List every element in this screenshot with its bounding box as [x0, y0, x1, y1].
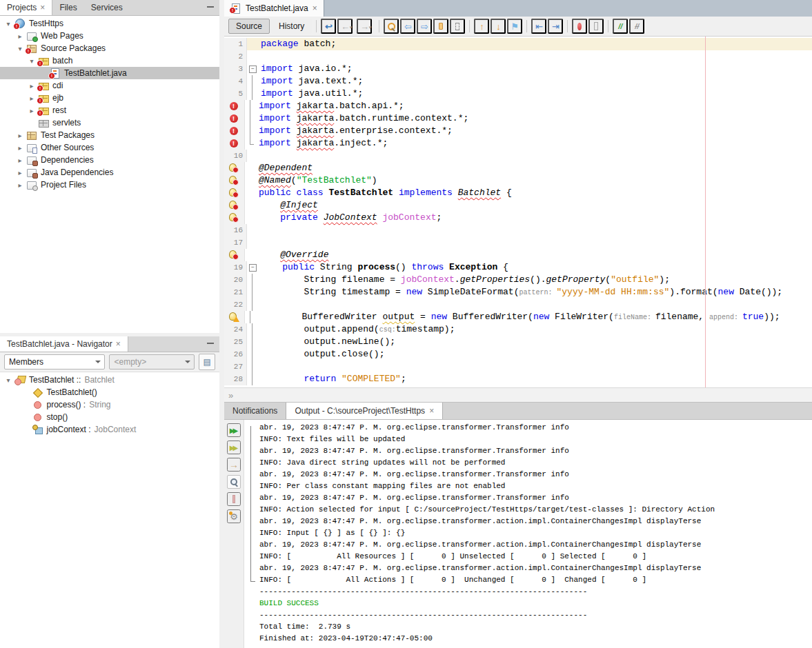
- expander-icon[interactable]: ▸: [16, 32, 24, 40]
- gutter-cell[interactable]: 4: [224, 75, 247, 88]
- expander-icon[interactable]: ▸: [16, 156, 24, 164]
- gutter-cell[interactable]: 5: [224, 88, 247, 100]
- error-glyph-icon[interactable]: [230, 102, 238, 110]
- stop-macro-recording-button[interactable]: [588, 19, 604, 34]
- tree-item[interactable]: ▸Other Sources: [0, 141, 219, 154]
- members-filter-combo[interactable]: Members: [4, 354, 105, 369]
- tab-services[interactable]: Services: [84, 0, 130, 15]
- tree-item[interactable]: ▸Test Packages: [0, 129, 219, 141]
- expander-icon[interactable]: ▾: [4, 20, 12, 28]
- hint-error-glyph-icon[interactable]: [229, 213, 238, 222]
- gutter-cell[interactable]: [224, 100, 245, 112]
- find-next-button[interactable]: [417, 19, 432, 34]
- gutter-cell[interactable]: 25: [224, 336, 247, 348]
- start-macro-recording-button[interactable]: [572, 19, 587, 34]
- tree-item[interactable]: ▸ejb: [0, 92, 219, 104]
- expander-icon[interactable]: ▸: [28, 107, 36, 114]
- tree-item[interactable]: stop(): [0, 411, 219, 423]
- expander-icon[interactable]: ▸: [16, 169, 24, 176]
- tree-item[interactable]: ▸Java Dependencies: [0, 166, 219, 179]
- toggle-bookmark-button[interactable]: [507, 19, 522, 34]
- tree-item[interactable]: jobContext : JobContext: [0, 423, 219, 436]
- expander-icon[interactable]: ▸: [16, 144, 24, 152]
- fold-collapse-icon[interactable]: −: [249, 264, 257, 272]
- code-editor[interactable]: 1package batch;23−import java.io.*;4impo…: [224, 37, 812, 387]
- gutter-cell[interactable]: [224, 174, 245, 187]
- gutter-cell[interactable]: [224, 162, 245, 174]
- tree-item[interactable]: servlets: [0, 117, 219, 129]
- expander-icon[interactable]: ▾: [28, 57, 36, 65]
- expander-icon[interactable]: ▸: [28, 82, 36, 90]
- gutter-cell[interactable]: [224, 199, 245, 212]
- gutter-cell[interactable]: 26: [224, 348, 247, 361]
- expander-icon[interactable]: ▾: [4, 376, 12, 384]
- minimize-icon[interactable]: [207, 6, 214, 8]
- error-glyph-icon[interactable]: [230, 114, 238, 123]
- inherited-filter-combo[interactable]: <empty>: [109, 354, 195, 369]
- back-button[interactable]: [337, 19, 353, 34]
- gutter-cell[interactable]: [224, 187, 245, 199]
- gutter-cell[interactable]: 3: [224, 63, 247, 75]
- minimize-icon[interactable]: [207, 343, 214, 344]
- rerun-with-different-parameters-button[interactable]: [227, 441, 241, 454]
- rectangular-selection-button[interactable]: [450, 19, 465, 34]
- gutter-cell[interactable]: 20: [224, 274, 247, 286]
- search-button[interactable]: [227, 475, 241, 489]
- fold-collapse-icon[interactable]: −: [249, 65, 257, 73]
- gutter-cell[interactable]: [224, 137, 245, 150]
- tree-item[interactable]: ▸Web Pages: [0, 30, 219, 42]
- tree-item[interactable]: TestBatchlet.java: [0, 67, 219, 79]
- tree-item[interactable]: ▸Dependencies: [0, 154, 219, 166]
- tab-files[interactable]: Files: [52, 0, 83, 15]
- error-glyph-icon[interactable]: [230, 139, 238, 148]
- rerun-button[interactable]: [227, 423, 241, 437]
- toggle-comment-button[interactable]: [613, 19, 628, 34]
- navigator-tree[interactable]: ▾TestBatchlet :: BatchletTestBatchlet()p…: [0, 372, 219, 648]
- gutter-cell[interactable]: 19: [224, 261, 247, 274]
- gutter-cell[interactable]: 10: [224, 150, 247, 162]
- resume-button[interactable]: [227, 458, 241, 472]
- gutter-cell[interactable]: 21: [224, 286, 247, 298]
- expander-icon[interactable]: ▸: [16, 132, 24, 139]
- gutter-cell[interactable]: 17: [224, 236, 247, 249]
- gutter-cell[interactable]: 28: [224, 373, 247, 385]
- last-edit-location-button[interactable]: [321, 19, 336, 34]
- toggle-highlight-button[interactable]: [433, 19, 448, 34]
- shift-left-button[interactable]: [531, 19, 546, 34]
- previous-bookmark-button[interactable]: [474, 19, 489, 34]
- build-settings-button[interactable]: [227, 509, 241, 523]
- hint-error-glyph-icon[interactable]: [229, 188, 238, 197]
- tab-testbatchlet-java[interactable]: TestBatchlet.java ×: [224, 0, 324, 17]
- tree-item[interactable]: ▾TestHttps: [0, 17, 219, 30]
- find-previous-button[interactable]: [400, 19, 415, 34]
- breadcrumb-chevron-icon[interactable]: »: [228, 390, 233, 401]
- shift-right-button[interactable]: [548, 19, 563, 34]
- history-view-button[interactable]: History: [271, 19, 312, 34]
- tree-item[interactable]: ▾TestBatchlet :: Batchlet: [0, 374, 219, 386]
- tree-item[interactable]: ▾batch: [0, 54, 219, 67]
- error-glyph-icon[interactable]: [230, 127, 238, 135]
- tree-item[interactable]: ▸rest: [0, 104, 219, 117]
- gutter-cell[interactable]: [224, 112, 245, 125]
- tab-navigator[interactable]: TestBatchlet.java - Navigator ×: [0, 336, 128, 352]
- gutter-cell[interactable]: [224, 311, 245, 323]
- tree-item[interactable]: ▸Project Files: [0, 179, 219, 191]
- gutter-cell[interactable]: 16: [224, 224, 247, 236]
- gutter-cell[interactable]: 2: [224, 50, 247, 63]
- show-inherited-members-button[interactable]: ▤: [199, 354, 215, 370]
- close-icon[interactable]: ×: [40, 3, 45, 12]
- stop-build-button[interactable]: [227, 492, 241, 506]
- tab-projects[interactable]: Projects ×: [0, 0, 52, 15]
- gutter-cell[interactable]: 22: [224, 298, 247, 311]
- projects-tree[interactable]: ▾TestHttps▸Web Pages▾Source Packages▾bat…: [0, 16, 219, 333]
- gutter-cell[interactable]: 27: [224, 361, 247, 373]
- hint-error-glyph-icon[interactable]: [229, 163, 238, 172]
- gutter-cell[interactable]: [224, 212, 245, 224]
- tree-item[interactable]: ▾Source Packages: [0, 42, 219, 54]
- hint-error-glyph-icon[interactable]: [229, 176, 238, 185]
- gutter-cell[interactable]: [224, 125, 245, 137]
- gutter-cell[interactable]: [224, 249, 245, 261]
- hint-warning-glyph-icon[interactable]: [229, 312, 238, 321]
- tree-item[interactable]: ▸cdi: [0, 79, 219, 92]
- toggle-uncomment-button[interactable]: [629, 19, 644, 34]
